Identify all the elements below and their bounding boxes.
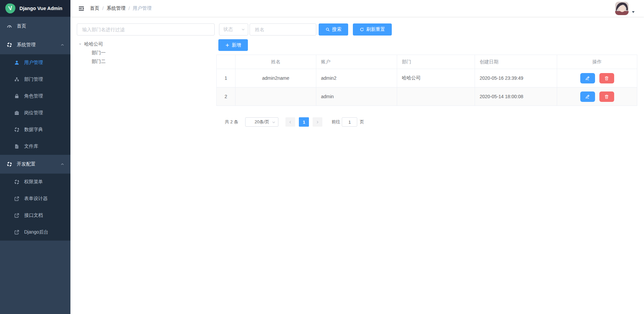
filter-toolbar: 状态 搜索 刷新重置: [219, 23, 637, 36]
sidebar-item-users[interactable]: 用户管理: [0, 54, 70, 71]
delete-button[interactable]: [599, 91, 614, 102]
edit-button[interactable]: [580, 91, 595, 102]
sidebar-item-api-docs[interactable]: 接口文档: [0, 207, 70, 224]
tree-node-child[interactable]: 部门一: [77, 49, 215, 57]
sidebar-item-label: 系统管理: [17, 42, 36, 48]
column-header-created: 创建日期: [475, 55, 557, 69]
table-row: 2 admin 2020-05-14 18:00:08: [217, 87, 637, 106]
tree-node-label: 部门一: [92, 50, 106, 56]
tree-node-label: 部门二: [92, 59, 106, 65]
caret-down-icon[interactable]: [78, 43, 82, 46]
department-filter-input[interactable]: [77, 23, 215, 36]
page-size-select[interactable]: 20条/页: [245, 117, 278, 127]
breadcrumb-separator: /: [102, 6, 104, 11]
goto-page-input[interactable]: [342, 117, 357, 127]
breadcrumb-system[interactable]: 系统管理: [107, 5, 125, 11]
sidebar-item-label: 岗位管理: [24, 110, 43, 116]
component-icon: [7, 42, 12, 48]
cell-name: admin2name: [235, 69, 316, 87]
sidebar-item-dictionary[interactable]: 数据字典: [0, 121, 70, 138]
page-number-button[interactable]: 1: [299, 117, 309, 127]
edit-button[interactable]: [580, 73, 595, 83]
sidebar-item-label: 首页: [17, 23, 26, 29]
chevron-down-icon: [272, 120, 276, 124]
search-icon: [325, 27, 330, 32]
app-title: Django Vue Admin: [19, 6, 62, 11]
status-select[interactable]: 状态: [219, 23, 248, 36]
main-area: 首页 / 系统管理 / 用户管理 哈哈公司: [70, 0, 644, 314]
column-header-name: 姓名: [235, 55, 316, 69]
table-header-row: 姓名 账户 部门 创建日期 操作: [217, 55, 637, 69]
sidebar-item-label: 角色管理: [24, 93, 43, 99]
breadcrumb-current: 用户管理: [133, 5, 152, 11]
sidebar-item-positions[interactable]: 岗位管理: [0, 105, 70, 121]
column-header-dept: 部门: [397, 55, 475, 69]
tree-node-child[interactable]: 部门二: [77, 57, 215, 66]
status-select-value: 状态: [223, 26, 233, 33]
sidebar-submenu-system: 用户管理 部门管理 角色管理 岗位管理 数据字典: [0, 54, 70, 155]
sidebar-item-system[interactable]: 系统管理: [0, 36, 70, 54]
users-table: 姓名 账户 部门 创建日期 操作 1 admin2name admin2 哈哈公: [216, 55, 637, 106]
users-panel: 状态 搜索 刷新重置 新增: [216, 23, 637, 314]
cell-account: admin2: [316, 69, 397, 87]
next-page-button[interactable]: [313, 117, 322, 127]
sidebar-item-label: 接口文档: [24, 212, 43, 218]
delete-button[interactable]: [599, 73, 614, 83]
add-button[interactable]: 新增: [218, 39, 248, 51]
breadcrumb-home[interactable]: 首页: [90, 5, 99, 11]
chevron-right-icon: [316, 120, 319, 124]
sidebar-item-label: 部门管理: [24, 76, 43, 82]
document-icon: [14, 144, 19, 149]
component-icon: [14, 179, 19, 185]
top-navbar: 首页 / 系统管理 / 用户管理: [70, 0, 644, 17]
breadcrumb-separator: /: [128, 6, 130, 11]
department-panel: 哈哈公司 部门一 部门二: [77, 23, 215, 314]
sidebar-item-permission-menu[interactable]: 权限菜单: [0, 174, 70, 190]
user-icon: [14, 60, 19, 65]
sidebar-item-label: 数据字典: [24, 127, 43, 133]
pagination-total: 共 2 条: [225, 119, 238, 125]
cell-created: 2020-05-14 18:00:08: [475, 87, 557, 106]
user-menu[interactable]: [615, 2, 635, 15]
refresh-icon: [360, 27, 364, 32]
page-content: 哈哈公司 部门一 部门二 状态: [70, 17, 644, 314]
search-button[interactable]: 搜索: [319, 23, 348, 36]
sidebar-item-departments[interactable]: 部门管理: [0, 71, 70, 88]
refresh-reset-button[interactable]: 刷新重置: [353, 23, 392, 36]
external-link-icon: [14, 230, 19, 235]
chevron-up-icon: [60, 43, 64, 47]
table-row: 1 admin2name admin2 哈哈公司 2020-05-16 23:3…: [217, 69, 637, 87]
tree-node-label: 哈哈公司: [84, 41, 103, 47]
cell-name: [235, 87, 316, 106]
app-logo[interactable]: V Django Vue Admin: [0, 0, 70, 17]
department-tree: 哈哈公司 部门一 部门二: [77, 40, 215, 66]
cell-dept: 哈哈公司: [397, 69, 475, 87]
sidebar-item-files[interactable]: 文件库: [0, 138, 70, 155]
cell-created: 2020-05-16 23:39:49: [475, 69, 557, 87]
goto-suffix: 页: [360, 119, 364, 125]
pencil-icon: [585, 76, 590, 81]
component-icon: [7, 162, 12, 167]
cell-actions: [557, 87, 637, 106]
app-logo-icon: V: [5, 3, 16, 14]
sidebar-item-devconfig[interactable]: 开发配置: [0, 155, 70, 174]
avatar[interactable]: [615, 2, 629, 15]
sidebar-item-label: 权限菜单: [24, 179, 43, 185]
cell-index: 2: [217, 87, 235, 106]
sidebar-item-label: 表单设计器: [24, 196, 48, 202]
pagination: 共 2 条 20条/页 1 前往 页: [225, 117, 637, 127]
external-link-icon: [14, 213, 19, 218]
tree-node-root[interactable]: 哈哈公司: [77, 40, 215, 49]
trash-icon: [604, 94, 609, 99]
sidebar-item-home[interactable]: 首页: [0, 17, 70, 36]
sidebar-item-roles[interactable]: 角色管理: [0, 88, 70, 105]
prev-page-button[interactable]: [285, 117, 295, 127]
sidebar-item-form-designer[interactable]: 表单设计器: [0, 190, 70, 207]
column-header-actions: 操作: [557, 55, 637, 69]
cell-index: 1: [217, 69, 235, 87]
hamburger-icon[interactable]: [78, 6, 85, 11]
name-input[interactable]: [250, 23, 316, 36]
lock-icon: [14, 93, 19, 99]
sidebar-item-django-admin[interactable]: Django后台: [0, 224, 70, 241]
app-root: V Django Vue Admin 首页 系统管理 用户管理 部门: [0, 0, 644, 314]
